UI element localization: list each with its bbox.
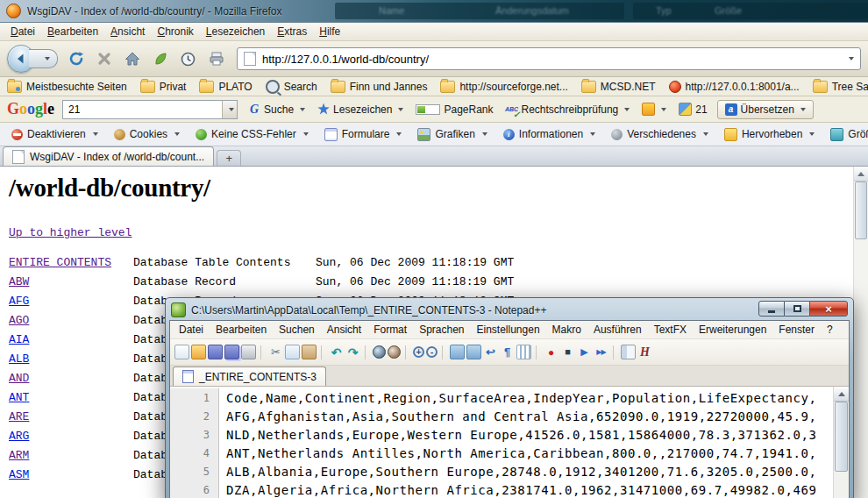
- devtoolbar-item[interactable]: Hervorheben: [716, 125, 822, 144]
- bookmark-item[interactable]: Finn und Jannes: [331, 81, 428, 93]
- entry-link[interactable]: ALB: [9, 352, 133, 366]
- menu-item[interactable]: Lesezeichen: [200, 24, 271, 39]
- close-button[interactable]: ×: [809, 301, 848, 317]
- toolbar-icon[interactable]: [174, 345, 189, 359]
- google-toolbar-button[interactable]: Rechtschreibprüfung: [503, 102, 633, 117]
- toolbar-icon[interactable]: [365, 345, 368, 359]
- new-tab-button[interactable]: +: [217, 150, 241, 166]
- firefox-titlebar[interactable]: WsgiDAV - Index of /world-db/country/ - …: [0, 0, 868, 23]
- clock-addon-button[interactable]: [176, 47, 200, 71]
- bookmark-item[interactable]: Tree Samples: [813, 81, 868, 93]
- toolbar-icon[interactable]: [268, 345, 283, 359]
- minimize-button[interactable]: [758, 301, 785, 317]
- menu-item[interactable]: Sprachen: [413, 322, 470, 338]
- stop-button[interactable]: [92, 47, 116, 71]
- devtoolbar-item[interactable]: Deaktivieren: [4, 125, 106, 143]
- toolbar-icon[interactable]: [483, 345, 498, 359]
- menu-item[interactable]: Format: [367, 322, 413, 338]
- google-toolbar-button[interactable]: Übersetzen: [717, 100, 814, 119]
- toolbar-icon[interactable]: [208, 345, 223, 359]
- menu-item[interactable]: ?: [821, 322, 839, 338]
- url-bar[interactable]: http://127.0.0.1/world-db/country/: [237, 47, 861, 70]
- google-toolbar-button[interactable]: [639, 101, 669, 117]
- toolbar-icon[interactable]: [285, 345, 300, 359]
- bookmark-item[interactable]: http://127.0.0.1:8001/a...: [669, 81, 800, 93]
- entry-link[interactable]: AFG: [9, 295, 133, 308]
- menu-item[interactable]: Ansicht: [321, 322, 367, 338]
- toolbar-icon[interactable]: [321, 345, 324, 359]
- devtoolbar-item[interactable]: Verschiedenes: [603, 125, 716, 143]
- toolbar-icon[interactable]: [302, 345, 317, 359]
- toolbar-icon[interactable]: [516, 345, 531, 359]
- toolbar-icon[interactable]: [224, 345, 239, 359]
- toolbar-icon[interactable]: [637, 345, 652, 359]
- toolbar-icon[interactable]: [260, 345, 264, 359]
- scroll-thumb[interactable]: [835, 402, 848, 472]
- menu-item[interactable]: Ausführen: [587, 322, 648, 338]
- menu-item[interactable]: Fenster: [772, 322, 821, 338]
- entry-link[interactable]: AND: [9, 372, 133, 385]
- page-scrollbar[interactable]: [853, 167, 868, 498]
- google-toolbar-button[interactable]: PageRank: [413, 102, 495, 117]
- entry-link[interactable]: ARG: [9, 430, 133, 443]
- entry-link[interactable]: ABW: [9, 275, 133, 288]
- scroll-up-arrow[interactable]: [834, 387, 849, 402]
- devtoolbar-item[interactable]: Keine CSS-Fehler: [188, 125, 317, 143]
- search-history-dropdown[interactable]: [222, 101, 237, 118]
- bookmark-item[interactable]: MCSD.NET: [581, 81, 656, 93]
- menu-item[interactable]: Datei: [4, 24, 41, 39]
- bookmark-item[interactable]: Search: [266, 80, 317, 94]
- google-search-box[interactable]: 21: [62, 100, 238, 119]
- history-dropdown[interactable]: [29, 49, 58, 68]
- scroll-up-arrow[interactable]: [854, 167, 868, 181]
- toolbar-icon[interactable]: [442, 345, 445, 359]
- feather-addon-button[interactable]: [148, 47, 172, 71]
- toolbar-icon[interactable]: [450, 345, 465, 359]
- editor[interactable]: 1 Code,Name,Continent,Region,SurfaceArea…: [170, 387, 849, 498]
- browser-tab[interactable]: WsgiDAV - Index of /world-db/count...: [3, 146, 214, 166]
- google-toolbar-button[interactable]: Lesezeichen: [315, 102, 406, 117]
- google-toolbar-button[interactable]: Suche: [245, 102, 308, 117]
- entry-link[interactable]: AIA: [9, 333, 133, 346]
- menu-item[interactable]: Chronik: [151, 24, 199, 39]
- entry-link[interactable]: ENTIRE CONTENTS: [9, 256, 133, 269]
- toolbar-icon[interactable]: [373, 345, 386, 359]
- toolbar-icon[interactable]: [405, 345, 409, 359]
- menu-item[interactable]: Bearbeiten: [41, 24, 104, 39]
- maximize-button[interactable]: [785, 301, 809, 317]
- toolbar-icon[interactable]: [241, 345, 256, 359]
- entry-link[interactable]: ASM: [9, 468, 133, 481]
- bookmark-item[interactable]: PLATO: [199, 81, 252, 93]
- toolbar-icon[interactable]: [500, 345, 515, 359]
- google-toolbar-button[interactable]: 21: [676, 101, 709, 117]
- toolbar-icon[interactable]: [388, 345, 401, 359]
- reload-button[interactable]: [64, 47, 88, 71]
- menu-item[interactable]: Makro: [546, 322, 587, 338]
- print-button[interactable]: [204, 47, 228, 71]
- menu-item[interactable]: Suchen: [273, 322, 321, 338]
- devtoolbar-item[interactable]: Cookies: [106, 125, 188, 143]
- menu-item[interactable]: Hilfe: [313, 24, 346, 39]
- toolbar-icon[interactable]: [191, 345, 206, 359]
- menu-item[interactable]: Extras: [271, 24, 313, 39]
- toolbar-icon[interactable]: [536, 345, 539, 359]
- toolbar-icon[interactable]: [594, 345, 608, 359]
- entry-link[interactable]: ARE: [9, 410, 133, 423]
- toolbar-icon[interactable]: [560, 345, 575, 359]
- bookmark-item[interactable]: http://sourceforge.net...: [440, 81, 567, 93]
- scroll-thumb[interactable]: [855, 181, 867, 239]
- devtoolbar-item[interactable]: Informationen: [495, 125, 603, 143]
- menu-item[interactable]: TextFX: [648, 322, 693, 338]
- toolbar-icon[interactable]: [621, 345, 636, 359]
- bookmark-item[interactable]: Privat: [140, 81, 187, 93]
- menu-item[interactable]: Bearbeiten: [210, 322, 273, 338]
- devtoolbar-item[interactable]: Größe: [822, 125, 868, 144]
- document-tab[interactable]: _ENTIRE_CONTENTS-3: [173, 366, 326, 386]
- toolbar-icon[interactable]: [345, 345, 360, 359]
- bookmark-item[interactable]: Meistbesuchte Seiten: [7, 81, 127, 93]
- urlbar-dropdown-icon[interactable]: [849, 57, 854, 60]
- menu-item[interactable]: Einstellungen: [471, 322, 546, 338]
- menu-item[interactable]: Erweiterungen: [693, 322, 772, 338]
- toolbar-icon[interactable]: [426, 346, 438, 358]
- toolbar-icon[interactable]: [466, 345, 481, 359]
